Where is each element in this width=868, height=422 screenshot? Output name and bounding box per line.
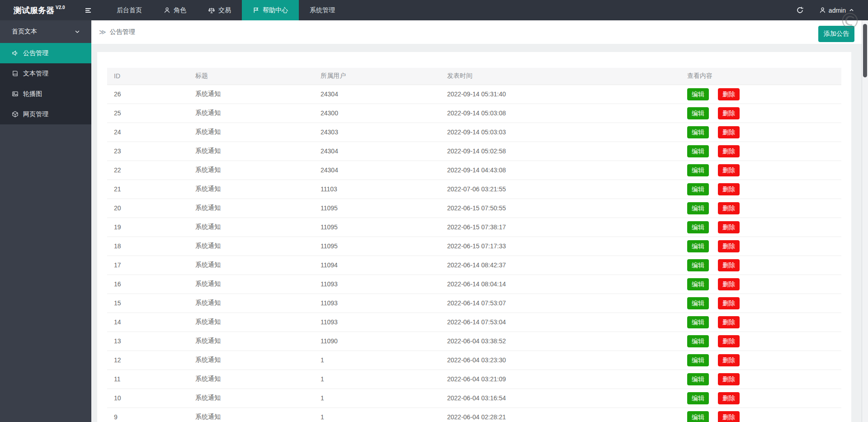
edit-button[interactable]: 编辑 [687, 335, 709, 347]
cell-id: 26 [107, 85, 189, 104]
cell-actions: 编辑 删除 [680, 123, 841, 142]
cell-id: 11 [107, 370, 189, 389]
cell-user: 1 [314, 351, 440, 370]
sidebar-item-carousel[interactable]: 轮播图 [0, 84, 91, 104]
cell-actions: 编辑 删除 [680, 218, 841, 237]
sidebar-item-label: 轮播图 [23, 90, 42, 98]
nav-item-trade[interactable]: 交易 [197, 0, 242, 20]
cell-id: 18 [107, 237, 189, 256]
flag-icon [253, 7, 259, 14]
edit-button[interactable]: 编辑 [687, 354, 709, 366]
nav-item-dashboard[interactable]: 后台首页 [106, 0, 153, 20]
table-row: 17 系统通知 11094 2022-06-14 08:42:37 编辑 删除 [107, 256, 841, 275]
delete-button[interactable]: 删除 [718, 335, 740, 347]
edit-button[interactable]: 编辑 [687, 183, 709, 195]
announcement-icon [12, 50, 19, 57]
delete-button[interactable]: 删除 [718, 202, 740, 214]
edit-button[interactable]: 编辑 [687, 88, 709, 100]
edit-button[interactable]: 编辑 [687, 221, 709, 233]
cell-time: 2022-09-14 04:43:08 [440, 161, 680, 180]
cell-time: 2022-09-14 05:02:58 [440, 142, 680, 161]
delete-button[interactable]: 删除 [718, 183, 740, 195]
chevron-down-icon [74, 28, 80, 35]
refresh-button[interactable] [796, 6, 804, 14]
sidebar-item-label: 文本管理 [23, 70, 48, 78]
edit-button[interactable]: 编辑 [687, 107, 709, 119]
main-nav: 后台首页 角色 交易 帮助中心 系统管理 [106, 0, 346, 20]
delete-button[interactable]: 删除 [718, 354, 740, 366]
cell-time: 2022-09-14 05:03:08 [440, 104, 680, 123]
table-row: 16 系统通知 11093 2022-06-14 08:04:14 编辑 删除 [107, 275, 841, 294]
delete-button[interactable]: 删除 [718, 221, 740, 233]
edit-button[interactable]: 编辑 [687, 392, 709, 404]
delete-button[interactable]: 删除 [718, 107, 740, 119]
cell-user: 11103 [314, 180, 440, 199]
menu-toggle-button[interactable] [76, 0, 100, 20]
delete-button[interactable]: 删除 [718, 297, 740, 309]
cell-user: 11093 [314, 275, 440, 294]
cell-actions: 编辑 删除 [680, 275, 841, 294]
edit-button[interactable]: 编辑 [687, 411, 709, 422]
edit-button[interactable]: 编辑 [687, 316, 709, 328]
app-logo: 测试服务器 V2.0 [0, 0, 76, 20]
cell-title: 系统通知 [189, 123, 314, 142]
nav-item-roles[interactable]: 角色 [153, 0, 197, 20]
nav-item-help-center[interactable]: 帮助中心 [242, 0, 299, 20]
table-row: 22 系统通知 24304 2022-09-14 04:43:08 编辑 删除 [107, 161, 841, 180]
cell-user: 1 [314, 408, 440, 422]
edit-button[interactable]: 编辑 [687, 297, 709, 309]
delete-button[interactable]: 删除 [718, 278, 740, 290]
app-version: V2.0 [56, 5, 65, 10]
cell-title: 系统通知 [189, 313, 314, 332]
username: admin [829, 7, 846, 14]
delete-button[interactable]: 删除 [718, 164, 740, 176]
cell-user: 24304 [314, 85, 440, 104]
table-row: 25 系统通知 24300 2022-09-14 05:03:08 编辑 删除 [107, 104, 841, 123]
user-menu[interactable]: admin [819, 7, 854, 14]
content-card: ID 标题 所属用户 发表时间 查看内容 26 系统通知 24304 2022-… [97, 52, 851, 422]
delete-button[interactable]: 删除 [718, 316, 740, 328]
cell-user: 24303 [314, 123, 440, 142]
delete-button[interactable]: 删除 [718, 259, 740, 271]
edit-button[interactable]: 编辑 [687, 202, 709, 214]
delete-button[interactable]: 删除 [718, 411, 740, 422]
delete-button[interactable]: 删除 [718, 88, 740, 100]
sidebar-item-webpage-management[interactable]: 网页管理 [0, 104, 91, 124]
edit-button[interactable]: 编辑 [687, 126, 709, 138]
sidebar-group-home-text[interactable]: 首页文本 [0, 20, 91, 43]
table-row: 11 系统通知 1 2022-06-04 03:21:09 编辑 删除 [107, 370, 841, 389]
delete-button[interactable]: 删除 [718, 240, 740, 252]
edit-button[interactable]: 编辑 [687, 240, 709, 252]
cell-title: 系统通知 [189, 389, 314, 408]
edit-button[interactable]: 编辑 [687, 259, 709, 271]
cell-id: 20 [107, 199, 189, 218]
edit-button[interactable]: 编辑 [687, 145, 709, 157]
cell-time: 2022-06-04 03:23:30 [440, 351, 680, 370]
delete-button[interactable]: 删除 [718, 145, 740, 157]
delete-button[interactable]: 删除 [718, 392, 740, 404]
table-row: 20 系统通知 11095 2022-06-15 07:50:55 编辑 删除 [107, 199, 841, 218]
sidebar: 首页文本 公告管理 文本管理 轮播图 网页管理 [0, 20, 91, 422]
cell-user: 24304 [314, 161, 440, 180]
sidebar-item-announcements[interactable]: 公告管理 [0, 43, 91, 63]
table-row: 15 系统通知 11093 2022-06-14 07:53:07 编辑 删除 [107, 294, 841, 313]
scrollbar-thumb[interactable] [863, 24, 867, 77]
column-header-title: 标题 [189, 68, 314, 85]
nav-item-system[interactable]: 系统管理 [299, 0, 346, 20]
cell-title: 系统通知 [189, 237, 314, 256]
delete-button[interactable]: 删除 [718, 126, 740, 138]
page-scrollbar[interactable] [862, 20, 868, 422]
cell-id: 10 [107, 389, 189, 408]
cell-id: 21 [107, 180, 189, 199]
table-row: 18 系统通知 11095 2022-06-15 07:17:33 编辑 删除 [107, 237, 841, 256]
breadcrumb-symbol: ≫ [99, 28, 106, 36]
announcement-table: ID 标题 所属用户 发表时间 查看内容 26 系统通知 24304 2022-… [107, 68, 841, 422]
edit-button[interactable]: 编辑 [687, 373, 709, 385]
add-announcement-button[interactable]: 添加公告 [818, 26, 854, 42]
table-row: 10 系统通知 1 2022-06-04 03:16:54 编辑 删除 [107, 389, 841, 408]
delete-button[interactable]: 删除 [718, 373, 740, 385]
cell-id: 13 [107, 332, 189, 351]
sidebar-item-text-management[interactable]: 文本管理 [0, 63, 91, 84]
edit-button[interactable]: 编辑 [687, 278, 709, 290]
edit-button[interactable]: 编辑 [687, 164, 709, 176]
